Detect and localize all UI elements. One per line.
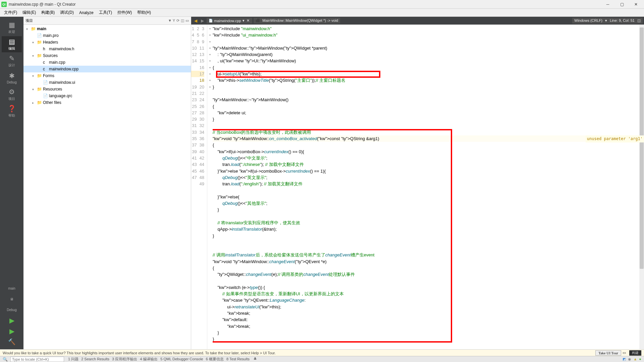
encoding-label[interactable]: Windows (CRLF) bbox=[574, 18, 602, 23]
tree-item[interactable]: 📄mainwindow.ui bbox=[23, 79, 191, 86]
locator-input[interactable] bbox=[10, 357, 64, 362]
chevron-icon: ▾ bbox=[32, 87, 37, 91]
tree-item[interactable]: 📄language.qrc bbox=[23, 93, 191, 99]
code-editor[interactable]: 1 2 3 4 5 6 7 8 9 10 11 12 13 14 15 16 1… bbox=[191, 25, 644, 349]
window-title: mainwindow.cpp @ main - Qt Creator bbox=[9, 2, 601, 7]
mode-design[interactable]: ✎设计 bbox=[2, 53, 22, 69]
mode-welcome[interactable]: ▦欢迎 bbox=[2, 19, 22, 36]
file-icon: 📁 bbox=[37, 87, 43, 92]
output-tab[interactable]: 2 Search Results bbox=[80, 357, 111, 361]
menu-item[interactable]: Analyze bbox=[76, 10, 96, 16]
tree-item[interactable]: ▾📁Resources bbox=[23, 86, 191, 93]
tree-item-label: main.pro bbox=[43, 33, 59, 38]
status-icon-2[interactable]: ◉ bbox=[628, 357, 631, 361]
help-icon: ❓ bbox=[8, 105, 16, 113]
tree-item[interactable]: cmainwindow.cpp bbox=[23, 66, 191, 72]
tree-item[interactable]: hmainwindow.h bbox=[23, 46, 191, 52]
menu-item[interactable]: 控件(W) bbox=[115, 9, 135, 16]
status-icon-1[interactable]: ◩ bbox=[623, 357, 626, 361]
file-icon: 📁 bbox=[37, 40, 43, 45]
tree-item[interactable]: ▾📁Forms bbox=[23, 72, 191, 79]
menu-item[interactable]: 工具(T) bbox=[96, 9, 115, 16]
tree-item-label: mainwindow.ui bbox=[49, 80, 75, 85]
highlight-block bbox=[213, 129, 452, 343]
edit-icon: ▤ bbox=[9, 38, 15, 46]
file-icon: 📄 bbox=[37, 33, 43, 38]
tree-item-label: Headers bbox=[43, 40, 58, 45]
sync-icon[interactable]: ⟳ bbox=[176, 18, 179, 23]
fold-column[interactable]: ▾ ▾ ▾ ▾ ▾ ▾ ▾ ▾ ▾ ▾ bbox=[207, 25, 213, 349]
nav-forward-button[interactable]: ▶ bbox=[199, 18, 205, 24]
line-gutter: 1 2 3 4 5 6 7 8 9 10 11 12 13 14 15 16 1… bbox=[191, 25, 207, 349]
tree-item[interactable]: ▾📁main bbox=[23, 25, 191, 32]
build-button[interactable]: 🔨 bbox=[2, 337, 22, 347]
tree-item[interactable]: ▾📁Headers bbox=[23, 39, 191, 46]
output-tab[interactable]: 6 概要信息 bbox=[205, 357, 225, 361]
file-icon: c bbox=[43, 67, 49, 71]
file-icon: 📁 bbox=[37, 100, 43, 105]
tree-item[interactable]: cmain.cpp bbox=[23, 59, 191, 66]
tree-item[interactable]: ▸📁Other files bbox=[23, 99, 191, 106]
menu-item[interactable]: 构建(B) bbox=[39, 9, 57, 16]
build-badge[interactable]: 构建 bbox=[629, 350, 641, 356]
project-tree[interactable]: ▾📁main📄main.pro▾📁Headershmainwindow.h▾📁S… bbox=[23, 25, 191, 349]
chevron-icon: ▸ bbox=[32, 101, 37, 105]
monitor-icon: 🖥 bbox=[10, 297, 13, 301]
split-icon[interactable]: ◫ bbox=[181, 18, 184, 23]
run-button[interactable]: ▶ bbox=[2, 315, 22, 326]
chevron-icon: ▾ bbox=[26, 27, 31, 31]
debug-run-button[interactable]: ▶ bbox=[2, 326, 22, 337]
bug-icon: ✱ bbox=[9, 72, 15, 80]
nav-back-button[interactable]: ◀ bbox=[193, 18, 199, 24]
dismiss-tour-icon[interactable]: ▭ bbox=[623, 351, 626, 355]
output-tab[interactable]: 4 编译输出 bbox=[139, 357, 159, 361]
mode-edit[interactable]: ▤编辑 bbox=[2, 36, 22, 52]
chevron-icon: ▾ bbox=[32, 54, 37, 58]
menu-item[interactable]: 编辑(E) bbox=[20, 9, 39, 16]
file-icon: 📁 bbox=[31, 26, 37, 31]
maximize-button[interactable]: ▢ bbox=[615, 1, 629, 8]
output-dropdown-icon[interactable]: ≚ bbox=[254, 357, 257, 361]
status-icon-3[interactable]: ▲ bbox=[633, 357, 637, 361]
tour-banner: Would you like to take a quick UI tour? … bbox=[0, 349, 644, 356]
locator-icon[interactable]: 🔍 bbox=[3, 357, 8, 362]
output-tab[interactable]: 1 问题 bbox=[67, 357, 80, 361]
output-tab[interactable]: 8 Test Results bbox=[225, 357, 251, 361]
tab-close-icon[interactable]: ✕ bbox=[246, 18, 250, 23]
vertical-scrollbar[interactable] bbox=[639, 25, 644, 349]
tree-item-label: Other files bbox=[43, 100, 61, 105]
menu-item[interactable]: 调试(D) bbox=[57, 9, 76, 16]
status-icon-4[interactable]: ● bbox=[639, 357, 641, 361]
grid-icon: ▦ bbox=[9, 21, 15, 29]
close-button[interactable]: ✕ bbox=[629, 1, 643, 8]
build-config[interactable]: 🖥 bbox=[2, 294, 22, 304]
mode-help[interactable]: ❓帮助 bbox=[2, 103, 22, 119]
menu-item[interactable]: 帮助(H) bbox=[135, 9, 154, 16]
file-tab[interactable]: 📄 mainwindow.cpp ▾ ✕ bbox=[207, 18, 252, 23]
symbol-breadcrumb[interactable]: ⬛ MainWindow::MainWindow(QWidget *) -> v… bbox=[254, 18, 340, 23]
filter-icon[interactable]: ▼ Y bbox=[168, 18, 175, 23]
take-tour-button[interactable]: Take UI Tour bbox=[595, 350, 621, 356]
tour-message: Would you like to take a quick UI tour? … bbox=[3, 351, 276, 355]
tree-item-label: Resources bbox=[43, 87, 62, 92]
minimize-button[interactable]: ─ bbox=[601, 1, 614, 8]
output-tab[interactable]: 3 应用程序输出 bbox=[111, 357, 139, 361]
editor-toolbar: ◀ ▶ 📄 mainwindow.cpp ▾ ✕ ⬛ MainWindow::M… bbox=[191, 17, 644, 25]
titlebar: Qt mainwindow.cpp @ main - Qt Creator ─ … bbox=[0, 0, 644, 9]
panel-close-icon[interactable]: ▭ bbox=[185, 18, 189, 23]
mode-projects[interactable]: ⚙项目 bbox=[2, 86, 22, 103]
file-icon: 📁 bbox=[37, 73, 43, 78]
tree-item[interactable]: 📄main.pro bbox=[23, 32, 191, 39]
tree-item-label: mainwindow.cpp bbox=[49, 67, 78, 71]
menu-item[interactable]: 文件(F) bbox=[1, 9, 20, 16]
tab-dropdown-icon[interactable]: ▾ bbox=[243, 18, 245, 23]
mode-debug[interactable]: ✱Debug bbox=[2, 70, 22, 86]
split-editor-icon[interactable]: ◫ bbox=[637, 18, 641, 23]
tree-item-label: Forms bbox=[43, 73, 54, 78]
kit-selector[interactable]: main bbox=[2, 283, 22, 294]
tree-item[interactable]: ▾📁Sources bbox=[23, 52, 191, 59]
file-icon: h bbox=[43, 47, 49, 51]
app-icon: Qt bbox=[1, 2, 7, 7]
output-tab[interactable]: 5 QML Debugger Console bbox=[159, 357, 204, 361]
debug-label: Debug bbox=[2, 304, 22, 315]
